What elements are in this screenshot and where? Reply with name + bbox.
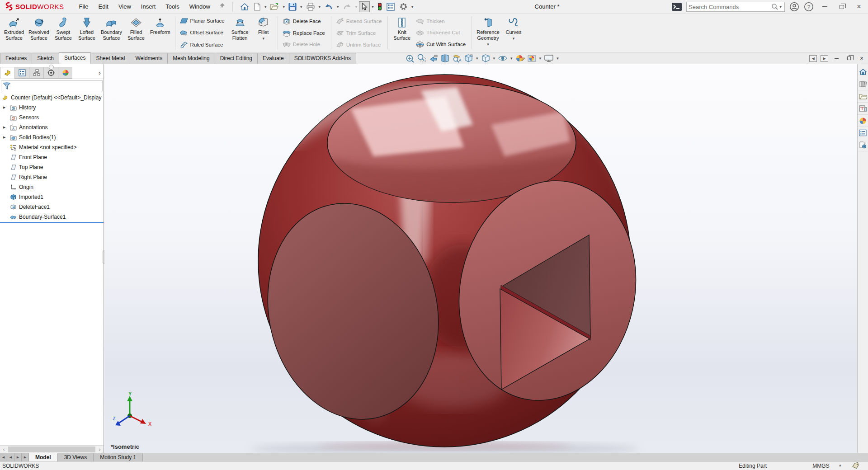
menu-file[interactable]: File bbox=[75, 2, 93, 11]
forum-icon[interactable] bbox=[858, 139, 868, 151]
previous-view-icon[interactable] bbox=[428, 53, 439, 63]
tab-motion-study-1[interactable]: Motion Study 1 bbox=[94, 453, 143, 461]
tab-model[interactable]: Model bbox=[29, 453, 58, 461]
file-explorer-icon[interactable] bbox=[858, 90, 868, 103]
boundary-surface-button[interactable]: BoundarySurface bbox=[99, 14, 124, 51]
tree-root[interactable]: Counter (Default) <<Default>_Display bbox=[0, 93, 104, 103]
window-close-button[interactable]: × bbox=[853, 1, 865, 12]
tree-filter-box[interactable] bbox=[1, 80, 103, 91]
tab-scroll-first-icon[interactable]: ◀ bbox=[0, 453, 7, 461]
redo-button[interactable] bbox=[341, 1, 354, 12]
expander-icon[interactable]: ▶ bbox=[3, 136, 5, 139]
fillet-caret-icon[interactable]: ▾ bbox=[262, 36, 264, 41]
view-settings-caret-icon[interactable]: ▾ bbox=[556, 56, 560, 61]
options-gear-icon[interactable] bbox=[397, 1, 410, 12]
extruded-surface-button[interactable]: ExtrudedSurface bbox=[2, 14, 26, 51]
lofted-surface-button[interactable]: LoftedSurface bbox=[75, 14, 99, 51]
tab-scroll-last-icon[interactable]: ▶ bbox=[22, 453, 29, 461]
open-document-caret-icon[interactable]: ▾ bbox=[282, 5, 286, 9]
tab-direct-editing[interactable]: Direct Editing bbox=[215, 53, 258, 64]
panel-tab-propertymanager[interactable] bbox=[14, 67, 29, 79]
design-library-icon[interactable] bbox=[858, 78, 868, 90]
offset-surface-button[interactable]: Offset Surface bbox=[179, 28, 227, 37]
hide-show-items-caret-icon[interactable]: ▾ bbox=[509, 56, 514, 61]
knit-surface-button[interactable]: KnitSurface bbox=[390, 14, 414, 51]
doc-restore-button[interactable] bbox=[844, 53, 854, 64]
expander-icon[interactable]: ▶ bbox=[3, 126, 5, 129]
interference-light-icon[interactable] bbox=[376, 1, 384, 12]
revolved-surface-button[interactable]: RevolvedSurface bbox=[26, 14, 52, 51]
scrollbar-thumb[interactable] bbox=[8, 446, 95, 452]
save-caret-icon[interactable]: ▾ bbox=[299, 5, 303, 9]
delete-face-button[interactable]: Delete Face bbox=[281, 17, 328, 26]
tab-evaluate[interactable]: Evaluate bbox=[257, 53, 289, 64]
expander-icon[interactable]: ▶ bbox=[3, 106, 5, 109]
help-icon[interactable]: ? bbox=[804, 2, 814, 12]
tree-item-sensors[interactable]: Sensors bbox=[0, 113, 104, 122]
window-restore-button[interactable] bbox=[835, 1, 848, 12]
cut-with-surface-button[interactable]: Cut With Surface bbox=[415, 40, 468, 49]
hide-show-items-icon[interactable] bbox=[497, 53, 508, 63]
units-caret-icon[interactable]: ▴ bbox=[839, 463, 841, 467]
tree-item-boundary-surface1[interactable]: Boundary-Surface1 bbox=[0, 212, 104, 222]
curves-button[interactable]: Curves ▾ bbox=[502, 14, 525, 51]
fillet-button[interactable]: Fillet ▾ bbox=[252, 14, 275, 51]
menu-edit[interactable]: Edit bbox=[94, 2, 112, 11]
view-orientation-caret-icon[interactable]: ▾ bbox=[475, 56, 479, 61]
tags-icon[interactable] bbox=[852, 462, 859, 470]
display-states-list-icon[interactable] bbox=[385, 1, 396, 12]
tree-item-annotations[interactable]: ▶ A Annotations bbox=[0, 122, 104, 132]
options-caret-icon[interactable]: ▾ bbox=[410, 5, 415, 9]
new-document-button[interactable] bbox=[252, 1, 263, 12]
filled-surface-button[interactable]: FilledSurface bbox=[124, 14, 148, 51]
tab-sketch[interactable]: Sketch bbox=[32, 53, 59, 64]
status-units-selector[interactable]: MMGS bbox=[807, 463, 835, 469]
save-button[interactable] bbox=[287, 1, 298, 12]
scroll-right-icon[interactable]: › bbox=[96, 446, 104, 453]
zoom-to-fit-icon[interactable] bbox=[405, 53, 415, 63]
undo-button[interactable] bbox=[322, 1, 335, 12]
search-commands-input[interactable] bbox=[689, 4, 771, 10]
freeform-button[interactable]: Freeform bbox=[148, 14, 173, 51]
section-view-icon[interactable] bbox=[440, 53, 450, 63]
appearances-scenes-icon[interactable] bbox=[858, 115, 868, 127]
search-caret-icon[interactable]: ▾ bbox=[778, 5, 783, 9]
window-minimize-button[interactable] bbox=[818, 1, 831, 12]
curves-caret-icon[interactable]: ▾ bbox=[513, 36, 515, 41]
display-style-icon[interactable] bbox=[481, 53, 491, 63]
tab-features[interactable]: Features bbox=[0, 53, 32, 64]
pin-menu-icon[interactable] bbox=[219, 3, 225, 11]
tab-sheet-metal[interactable]: Sheet Metal bbox=[90, 53, 130, 64]
scroll-left-icon[interactable]: ‹ bbox=[0, 446, 8, 453]
view-palette-icon[interactable] bbox=[858, 103, 868, 115]
tab-mesh-modeling[interactable]: Mesh Modeling bbox=[167, 53, 215, 64]
annotation-views-icon[interactable]: A bbox=[452, 53, 462, 63]
menu-insert[interactable]: Insert bbox=[137, 2, 160, 11]
view-orientation-icon[interactable] bbox=[463, 53, 474, 63]
home-button[interactable] bbox=[238, 1, 251, 12]
menu-tools[interactable]: Tools bbox=[161, 2, 183, 11]
account-icon[interactable] bbox=[789, 2, 799, 12]
apply-scene-caret-icon[interactable]: ▾ bbox=[538, 56, 542, 61]
command-prompt-icon[interactable] bbox=[672, 2, 682, 11]
resources-home-icon[interactable] bbox=[858, 66, 868, 78]
undo-caret-icon[interactable]: ▾ bbox=[336, 5, 340, 9]
apply-scene-icon[interactable] bbox=[527, 53, 537, 63]
tab-scroll-next-icon[interactable]: ▶ bbox=[14, 453, 22, 461]
select-tool-button[interactable] bbox=[359, 1, 370, 12]
panel-tab-configurationmanager[interactable] bbox=[29, 67, 44, 79]
search-commands-box[interactable]: ▾ bbox=[686, 2, 785, 12]
swept-surface-button[interactable]: SweptSurface bbox=[52, 14, 75, 51]
model-counter-part[interactable] bbox=[104, 64, 857, 453]
tree-item-origin[interactable]: Origin bbox=[0, 182, 104, 192]
graphics-viewport[interactable]: Y X Z *Isometric bbox=[104, 64, 857, 453]
open-document-button[interactable] bbox=[268, 1, 281, 12]
menu-view[interactable]: View bbox=[114, 2, 135, 11]
zoom-to-area-icon[interactable] bbox=[416, 53, 427, 63]
tab-surfaces[interactable]: Surfaces bbox=[59, 52, 91, 64]
tab-weldments[interactable]: Weldments bbox=[130, 53, 168, 64]
reference-geometry-button[interactable]: ReferenceGeometry ▾ bbox=[474, 14, 502, 51]
tab-scroll-prev-icon[interactable]: ◀ bbox=[7, 453, 14, 461]
tree-horizontal-scrollbar[interactable]: ‹ › bbox=[0, 445, 104, 453]
pane-forward-button[interactable]: ▶ bbox=[821, 55, 828, 62]
